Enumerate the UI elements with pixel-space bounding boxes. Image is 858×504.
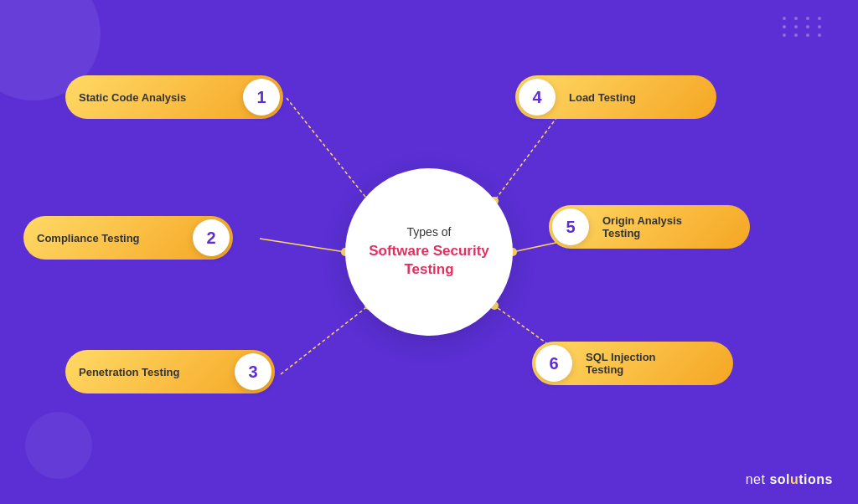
item-pill-3: Penetration Testing3	[65, 350, 275, 393]
bg-dots-topright	[783, 17, 824, 37]
center-text-main: Software SecurityTesting	[369, 242, 489, 279]
bg-decoration-circle-bottomleft	[25, 412, 92, 479]
item-number-5: 5	[552, 208, 589, 245]
item-label-2: Compliance Testing	[23, 232, 193, 244]
center-circle: Types of Software SecurityTesting	[345, 168, 513, 336]
item-pill-1: Static Code Analysis1	[65, 75, 283, 119]
item-label-4: Load Testing	[556, 91, 716, 104]
svg-line-2	[281, 306, 369, 374]
item-label-5: Origin AnalysisTesting	[589, 214, 750, 239]
item-pill-5: 5Origin AnalysisTesting	[549, 205, 750, 249]
item-label-3: Penetration Testing	[65, 366, 235, 378]
item-pill-2: Compliance Testing2	[23, 216, 233, 260]
logo: net solutions	[746, 472, 833, 487]
item-number-3: 3	[235, 353, 271, 390]
item-number-4: 4	[519, 79, 556, 116]
item-number-6: 6	[535, 345, 572, 382]
item-number-1: 1	[243, 79, 280, 116]
item-label-6: SQL InjectionTesting	[572, 351, 733, 376]
center-text-top: Types of	[407, 225, 452, 239]
svg-line-1	[260, 239, 345, 252]
item-pill-6: 6SQL InjectionTesting	[532, 342, 733, 385]
svg-line-0	[287, 98, 369, 201]
item-pill-4: 4Load Testing	[515, 75, 716, 119]
item-number-2: 2	[193, 219, 230, 256]
item-label-1: Static Code Analysis	[65, 91, 243, 104]
